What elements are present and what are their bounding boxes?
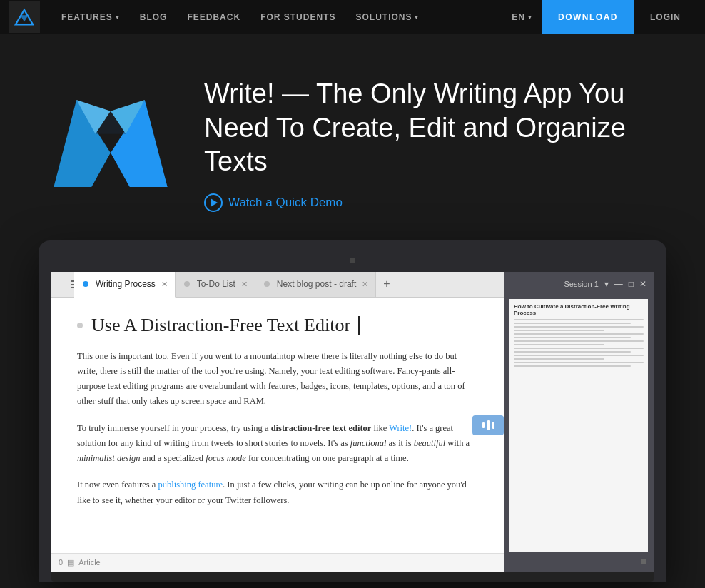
laptop-section: Writing Process ✕ To-Do List ✕ Next blog… bbox=[0, 233, 705, 589]
download-button[interactable]: DOWNLOAD bbox=[542, 0, 634, 34]
session-label: Session 1 bbox=[564, 280, 598, 288]
nav-features[interactable]: FEATURES ▾ bbox=[51, 0, 130, 34]
sidebar-bottom-bar bbox=[508, 556, 649, 564]
vol-bar-3 bbox=[492, 422, 494, 429]
laptop-stand bbox=[281, 582, 424, 589]
tab-todo[interactable]: To-Do List ✕ bbox=[176, 272, 255, 297]
sidebar-pane: Session 1 ▾ — □ ✕ How to Cultivate a Dis… bbox=[504, 272, 654, 572]
features-chevron-icon: ▾ bbox=[116, 14, 120, 21]
session-bar: Session 1 ▾ — □ ✕ bbox=[508, 279, 649, 289]
cursor-caret bbox=[358, 316, 360, 335]
nav-blog[interactable]: BLOG bbox=[130, 0, 178, 34]
session-minimize-icon[interactable]: — bbox=[614, 279, 623, 289]
session-dropdown-icon[interactable]: ▾ bbox=[604, 279, 609, 289]
hero-title: Write! — The Only Writing App You Need T… bbox=[204, 77, 662, 179]
play-icon bbox=[204, 193, 223, 212]
tab-close-icon[interactable]: ✕ bbox=[362, 280, 368, 289]
tab-close-icon[interactable]: ✕ bbox=[241, 280, 248, 289]
tab-writing-process[interactable]: Writing Process ✕ bbox=[74, 272, 176, 298]
editor-content[interactable]: Use A Distraction-Free Text Editor This … bbox=[51, 298, 504, 553]
tab-dot-icon bbox=[264, 281, 270, 287]
laptop-screen: Writing Process ✕ To-Do List ✕ Next blog… bbox=[51, 272, 654, 572]
play-triangle-icon bbox=[211, 198, 218, 207]
write-link[interactable]: Write! bbox=[389, 423, 412, 433]
nav-links: FEATURES ▾ BLOG FEEDBACK FOR STUDENTS SO… bbox=[51, 0, 502, 34]
lang-chevron-icon: ▾ bbox=[528, 14, 532, 21]
demo-link[interactable]: Watch a Quick Demo bbox=[204, 193, 662, 212]
sidebar-dot-icon bbox=[641, 559, 646, 564]
editor-heading: Use A Distraction-Free Text Editor bbox=[77, 315, 478, 336]
nav-right: EN ▾ DOWNLOAD LOGIN bbox=[502, 0, 696, 34]
navigation: FEATURES ▾ BLOG FEEDBACK FOR STUDENTS SO… bbox=[0, 0, 705, 34]
tab-dot-icon bbox=[184, 281, 190, 287]
editor-bottom-bar: 0 ▤ Article bbox=[51, 553, 504, 572]
demo-text: Watch a Quick Demo bbox=[228, 196, 343, 210]
tab-close-icon[interactable]: ✕ bbox=[161, 280, 168, 289]
solutions-chevron-icon: ▾ bbox=[415, 14, 419, 21]
camera-dot bbox=[350, 258, 355, 263]
bullet-icon bbox=[77, 323, 83, 328]
nav-feedback[interactable]: FEEDBACK bbox=[177, 0, 250, 34]
sidebar-doc-preview: How to Cultivate a Distraction-Free Writ… bbox=[509, 299, 648, 552]
tab-dot-icon bbox=[83, 281, 88, 287]
vol-bar-2 bbox=[487, 420, 490, 430]
hero-logo bbox=[43, 70, 178, 206]
nav-logo bbox=[9, 1, 40, 33]
nav-solutions[interactable]: SOLUTIONS ▾ bbox=[345, 0, 429, 34]
nav-language[interactable]: EN ▾ bbox=[502, 0, 542, 34]
vol-bar-1 bbox=[482, 422, 485, 428]
laptop-base bbox=[51, 572, 654, 582]
tab-bar: Writing Process ✕ To-Do List ✕ Next blog… bbox=[51, 272, 504, 298]
volume-overlay bbox=[472, 415, 504, 435]
hero-section: Write! — The Only Writing App You Need T… bbox=[0, 34, 705, 233]
hero-text: Write! — The Only Writing App You Need T… bbox=[204, 70, 662, 212]
tab-blog-draft[interactable]: Next blog post - draft ✕ bbox=[255, 272, 376, 297]
editor-pane: Writing Process ✕ To-Do List ✕ Next blog… bbox=[51, 272, 504, 572]
session-close-icon[interactable]: ✕ bbox=[639, 279, 646, 289]
sidebar-preview-title: How to Cultivate a Distraction-Free Writ… bbox=[514, 303, 644, 316]
session-restore-icon[interactable]: □ bbox=[629, 279, 634, 289]
publishing-feature-link[interactable]: publishing feature bbox=[158, 480, 223, 490]
editor-paragraph-3: It now even features a publishing featur… bbox=[77, 477, 478, 508]
camera-bar bbox=[51, 253, 654, 268]
tab-add-button[interactable]: + bbox=[376, 272, 397, 297]
laptop-outer: Writing Process ✕ To-Do List ✕ Next blog… bbox=[39, 240, 666, 582]
editor-paragraph-2: To truly immerse yourself in your proces… bbox=[77, 421, 478, 467]
document-icon: ▤ bbox=[67, 558, 74, 567]
nav-for-students[interactable]: FOR STUDENTS bbox=[250, 0, 345, 34]
login-button[interactable]: LOGIN bbox=[634, 0, 696, 34]
editor-paragraph-1: This one is important too. Even if you w… bbox=[77, 349, 478, 410]
